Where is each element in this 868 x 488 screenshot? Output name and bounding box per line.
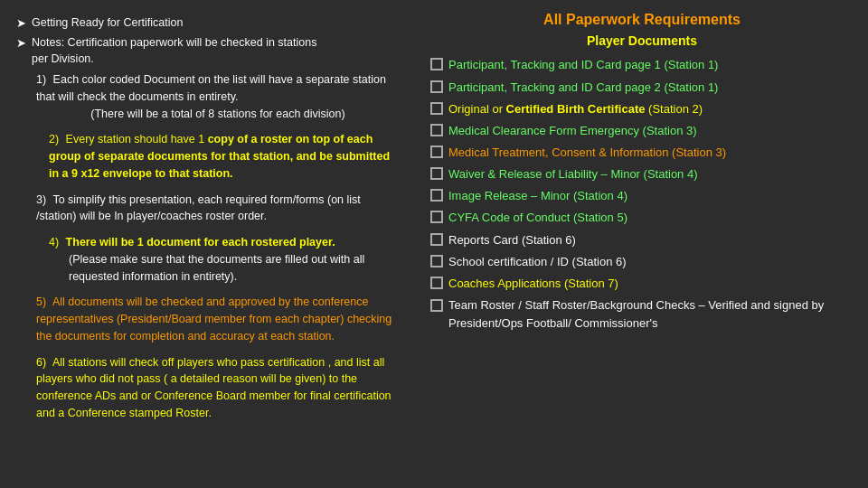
item-8-text: CYFA Code of Conduct (Station 5) (448, 209, 627, 227)
item-5-text: Medical Treatment, Consent & Information… (448, 144, 726, 162)
point2-label: 2) (49, 133, 59, 145)
point3-text: To simplify this presentation, each requ… (36, 193, 361, 223)
bullet1-text: Getting Ready for Certification (32, 14, 183, 33)
checklist-item-11: Coaches Applications (Station 7) (430, 275, 854, 293)
checklist-item-1: Participant, Tracking and ID Card page 1… (430, 56, 854, 74)
item-9-text: Reports Card (Station 6) (448, 231, 576, 249)
point3-label: 3) (36, 193, 46, 206)
point1-label: 1) (36, 73, 46, 86)
point4: 4) There will be 1 document for each ros… (49, 234, 400, 285)
player-docs-subtitle: Player Documents (430, 32, 854, 52)
title-row: All Paperwork Requirements Player Docume… (430, 9, 854, 51)
point4-text: There will be 1 document for each roster… (66, 236, 335, 249)
point1-sub: (There will be a total of 8 stations for… (36, 106, 400, 123)
left-panel: ➤ Getting Ready for Certification ➤ Note… (0, 0, 416, 488)
point5-label: 5) (36, 296, 46, 308)
point6-label: 6) (36, 356, 46, 369)
right-panel: All Paperwork Requirements Player Docume… (416, 0, 868, 488)
checkbox-3 (430, 102, 443, 115)
checkbox-7 (430, 189, 443, 202)
checkbox-12 (430, 299, 443, 312)
checkbox-11 (430, 277, 443, 289)
item-10-text: School certification / ID (Station 6) (448, 253, 627, 271)
point2: 2) Every station should have 1 copy of a… (49, 131, 400, 182)
point5: 5) All documents will be checked and app… (36, 294, 400, 344)
checkbox-4 (430, 124, 443, 136)
checklist-item-7: Image Release – Minor (Station 4) (430, 187, 854, 205)
item-11-text: Coaches Applications (Station 7) (448, 275, 618, 293)
point5-text: All documents will be checked and approv… (36, 296, 392, 343)
point3: 3) To simplify this presentation, each r… (36, 192, 400, 226)
checkbox-6 (430, 167, 443, 180)
checklist-item-9: Reports Card (Station 6) (430, 231, 854, 249)
checklist-item-3: Original or Certified Birth Certificate … (430, 100, 854, 118)
point2-text: Every station should have 1 copy of a ro… (49, 133, 390, 180)
item-2-text: Participant, Tracking and ID Card page 2… (448, 79, 718, 97)
point1: 1) Each color coded Document on the list… (36, 71, 400, 122)
point6-text: All stations will check off players who … (36, 356, 392, 419)
item-6-text: Waiver & Release of Liability – Minor (S… (448, 165, 698, 183)
all-paperwork-title: All Paperwork Requirements (430, 9, 854, 32)
checklist-item-4: Medical Clearance Form Emergency (Statio… (430, 122, 854, 140)
checkbox-9 (430, 233, 443, 246)
checkbox-5 (430, 145, 443, 158)
bullet1: ➤ Getting Ready for Certification (16, 14, 400, 33)
checkbox-8 (430, 211, 443, 223)
item-7-text: Image Release – Minor (Station 4) (448, 187, 627, 205)
point6: 6) All stations will check off players w… (36, 354, 400, 422)
item-3-text: Original or Certified Birth Certificate … (448, 100, 703, 118)
checklist-item-10: School certification / ID (Station 6) (430, 253, 854, 271)
checklist-item-12: Team Roster / Staff Roster/Background Ch… (430, 296, 854, 333)
arrow2-icon: ➤ (16, 34, 26, 69)
checklist-item-8: CYFA Code of Conduct (Station 5) (430, 209, 854, 227)
checkbox-2 (430, 80, 443, 93)
checklist-item-6: Waiver & Release of Liability – Minor (S… (430, 165, 854, 183)
bullet2: ➤ Notes: Certification paperwork will be… (16, 34, 400, 69)
item-4-text: Medical Clearance Form Emergency (Statio… (448, 122, 697, 140)
item-12-text: Team Roster / Staff Roster/Background Ch… (448, 296, 854, 333)
item-1-text: Participant, Tracking and ID Card page 1… (448, 56, 718, 74)
arrow1-icon: ➤ (16, 14, 26, 33)
point4-label: 4) (49, 236, 59, 249)
point1-text: Each color coded Document on the list wi… (36, 73, 386, 103)
checklist-item-5: Medical Treatment, Consent & Information… (430, 144, 854, 162)
checklist-item-2: Participant, Tracking and ID Card page 2… (430, 79, 854, 97)
point4-sub: (Please make sure that the documents are… (69, 251, 400, 286)
checkbox-10 (430, 255, 443, 267)
checkbox-1 (430, 58, 443, 70)
bullet2-text: Notes: Certification paperwork will be c… (32, 34, 316, 69)
